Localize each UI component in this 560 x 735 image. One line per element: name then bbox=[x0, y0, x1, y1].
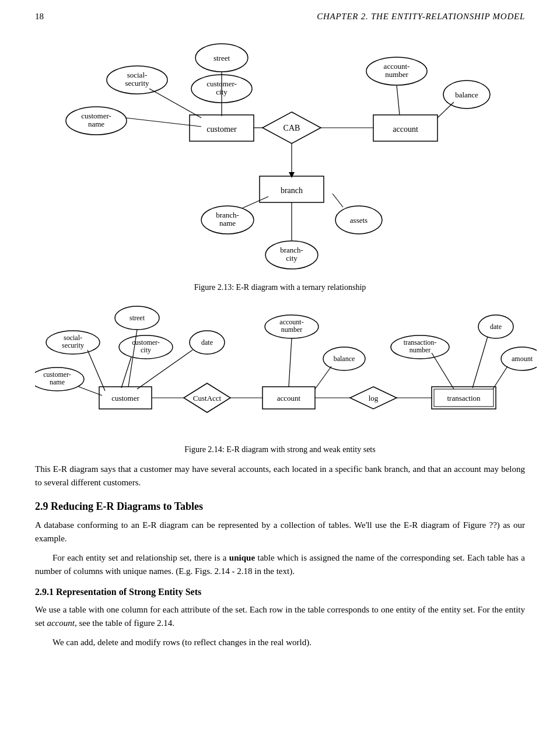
svg-text:date: date bbox=[201, 338, 213, 346]
svg-text:city: city bbox=[286, 254, 298, 262]
svg-text:date: date bbox=[490, 323, 502, 331]
svg-text:assets: assets bbox=[350, 216, 368, 225]
svg-text:account: account bbox=[277, 394, 301, 402]
svg-line-75 bbox=[315, 366, 331, 389]
chapter-title: CHAPTER 2. THE ENTITY-RELATIONSHIP MODEL bbox=[317, 12, 525, 22]
figure-1-container: street social- security customer- city c… bbox=[35, 27, 525, 292]
svg-line-12 bbox=[149, 89, 201, 118]
page-header: 18 CHAPTER 2. THE ENTITY-RELATIONSHIP MO… bbox=[35, 12, 525, 22]
svg-line-93 bbox=[493, 366, 508, 389]
svg-text:account-: account- bbox=[384, 62, 410, 71]
svg-text:name: name bbox=[219, 219, 236, 228]
svg-text:name: name bbox=[50, 378, 65, 386]
svg-text:customer: customer bbox=[111, 394, 139, 402]
svg-text:transaction-: transaction- bbox=[404, 338, 437, 346]
svg-text:customer: customer bbox=[206, 125, 237, 134]
svg-text:name: name bbox=[88, 120, 104, 128]
svg-text:city: city bbox=[141, 346, 151, 354]
svg-text:street: street bbox=[214, 54, 230, 62]
svg-text:CustAcct: CustAcct bbox=[193, 394, 222, 402]
svg-text:branch-: branch- bbox=[280, 246, 303, 254]
svg-text:account: account bbox=[393, 125, 418, 134]
svg-line-61 bbox=[79, 387, 102, 396]
section-291-para2: We can add, delete and modify rows (to r… bbox=[35, 636, 525, 649]
section-29-para2: For each entity set and relationship set… bbox=[35, 551, 525, 579]
section-291-para1: We use a table with one column for each … bbox=[35, 603, 525, 631]
section-291-heading: 2.9.1 Representation of Strong Entity Se… bbox=[35, 587, 525, 597]
figure-2-svg: street social- security customer- city d… bbox=[35, 300, 537, 440]
svg-text:security: security bbox=[125, 79, 149, 88]
figure-1-caption: Figure 2.13: E-R diagram with a ternary … bbox=[35, 283, 525, 292]
section-29-para1: A database conforming to an E-R diagram … bbox=[35, 519, 525, 546]
svg-text:account-: account- bbox=[279, 318, 303, 326]
figure-2-container: street social- security customer- city d… bbox=[35, 300, 525, 454]
svg-text:amount: amount bbox=[512, 355, 533, 363]
figure-1-svg: street social- security customer- city c… bbox=[35, 27, 525, 278]
page-number: 18 bbox=[35, 12, 44, 22]
svg-text:CAB: CAB bbox=[284, 124, 300, 132]
svg-text:transaction: transaction bbox=[447, 394, 481, 402]
svg-text:number: number bbox=[410, 346, 431, 354]
section-29-heading: 2.9 Reducing E-R Diagrams to Tables bbox=[35, 501, 525, 513]
text-after-figure2: This E-R diagram says that a customer ma… bbox=[35, 463, 525, 490]
svg-text:log: log bbox=[369, 394, 379, 402]
svg-line-74 bbox=[289, 338, 292, 387]
svg-text:social-: social- bbox=[127, 71, 148, 79]
svg-marker-30 bbox=[289, 172, 295, 178]
svg-text:number: number bbox=[385, 70, 408, 79]
svg-text:security: security bbox=[62, 341, 84, 349]
svg-line-59 bbox=[121, 357, 131, 388]
svg-text:branch: branch bbox=[281, 186, 303, 195]
svg-line-92 bbox=[473, 337, 488, 388]
svg-line-60 bbox=[137, 350, 192, 389]
svg-text:customer-: customer- bbox=[132, 338, 160, 346]
svg-text:number: number bbox=[281, 326, 303, 334]
svg-text:balance: balance bbox=[334, 355, 355, 363]
svg-text:social-: social- bbox=[64, 334, 82, 342]
svg-text:customer-: customer- bbox=[81, 111, 111, 120]
svg-text:street: street bbox=[130, 314, 145, 322]
svg-line-91 bbox=[432, 353, 454, 389]
svg-text:branch-: branch- bbox=[216, 211, 239, 219]
svg-line-58 bbox=[88, 350, 105, 391]
svg-text:customer-: customer- bbox=[43, 370, 71, 379]
svg-line-27 bbox=[438, 102, 454, 118]
figure-2-caption: Figure 2.14: E-R diagram with strong and… bbox=[35, 445, 525, 454]
svg-text:balance: balance bbox=[455, 90, 478, 99]
svg-line-26 bbox=[397, 85, 400, 115]
svg-line-42 bbox=[332, 194, 343, 207]
